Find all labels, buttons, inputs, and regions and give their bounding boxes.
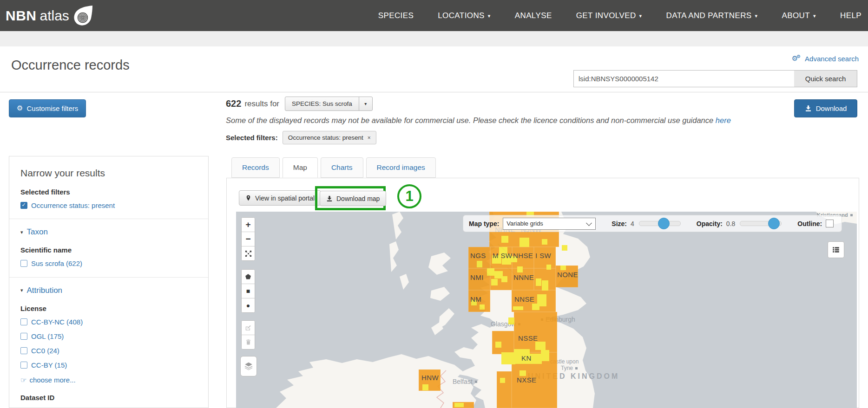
nav-item-label: LOCATIONS xyxy=(438,11,485,20)
occurrence-density-patch xyxy=(517,266,523,272)
species-filter-button[interactable]: SPECIES: Sus scrofa ▾ xyxy=(285,97,373,111)
download-map-button[interactable]: Download map xyxy=(320,191,386,206)
selected-filters-label: Selected filters: xyxy=(226,134,278,142)
licence-guidance-link[interactable]: here xyxy=(716,116,731,124)
occurrence-density-patch xyxy=(487,268,494,276)
choose-more-link[interactable]: ☞choose more... xyxy=(20,376,197,384)
delete-shape-button[interactable] xyxy=(242,335,255,349)
top-nav: NBN atlas SPECIESLOCATIONS▾ANALYSEGET IN… xyxy=(0,0,868,31)
quick-search-button[interactable]: Quick search xyxy=(794,70,857,87)
nav-menu: SPECIESLOCATIONS▾ANALYSEGET INVOLVED▾DAT… xyxy=(378,11,861,20)
section-title: Attribution xyxy=(27,286,63,295)
filter-chip-occurrence-status[interactable]: Occurrence status: present × xyxy=(283,131,376,144)
nav-item-about[interactable]: ABOUT▾ xyxy=(782,11,816,20)
draw-circle-button[interactable]: ● xyxy=(242,298,255,312)
chevron-down-icon: ▾ xyxy=(813,13,816,19)
download-label: Download xyxy=(816,104,847,112)
page-header: Occurrence records ⚙⚙ Advanced search Qu… xyxy=(0,46,868,92)
occurrence-density-patch xyxy=(513,306,523,310)
opacity-slider-thumb[interactable] xyxy=(768,218,780,229)
nav-item-get-involved[interactable]: GET INVOLVED▾ xyxy=(576,11,642,20)
facet-option-label: CC-BY-NC (408) xyxy=(31,317,83,327)
occurrence-density-patch xyxy=(500,378,505,383)
grid-square-label: NONE xyxy=(557,271,578,278)
facet-option-cc-by-15[interactable]: CC-BY (15) xyxy=(20,361,197,370)
unchecked-checkbox-icon[interactable] xyxy=(20,333,27,340)
nav-item-data-and-partners[interactable]: DATA AND PARTNERS▾ xyxy=(666,11,757,20)
draw-rectangle-button[interactable]: ■ xyxy=(242,284,255,298)
section-title: Taxon xyxy=(27,227,48,237)
sidebar-section-taxon[interactable]: ▾Taxon xyxy=(20,227,197,237)
size-slider[interactable] xyxy=(639,221,681,226)
checked-checkbox-icon[interactable] xyxy=(20,202,27,209)
page-title: Occurrence records xyxy=(11,58,130,73)
occurrence-map[interactable]: KristiansandEdinburghGlasgowBelfastcastl… xyxy=(236,212,857,408)
facet-option-label: OGL (175) xyxy=(31,332,64,341)
species-filter-caret[interactable]: ▾ xyxy=(359,97,372,110)
grid-square-label: NGS xyxy=(470,252,486,259)
grid-square-label: NNNE xyxy=(513,273,534,281)
edit-shape-controls xyxy=(241,320,255,350)
choose-more-label: choose more... xyxy=(29,376,75,384)
annotation-number: 1 xyxy=(405,188,413,205)
occurrence-density-patch xyxy=(560,266,566,270)
nav-item-label: ANALYSE xyxy=(515,11,552,20)
unchecked-checkbox-icon[interactable] xyxy=(20,318,27,325)
unchecked-checkbox-icon[interactable] xyxy=(20,260,27,267)
facet-option-label: CC-BY (15) xyxy=(31,361,67,370)
nav-item-species[interactable]: SPECIES xyxy=(378,11,414,20)
grid-square-label: NSSE xyxy=(518,334,538,342)
advanced-search-link[interactable]: ⚙⚙ Advanced search xyxy=(792,55,859,63)
tab-records[interactable]: Records xyxy=(231,157,280,178)
occurrence-density-patch xyxy=(536,278,541,286)
facet-option-cc-by-nc-408[interactable]: CC-BY-NC (408) xyxy=(20,317,197,327)
outline-checkbox[interactable] xyxy=(826,220,834,227)
unchecked-checkbox-icon[interactable] xyxy=(20,362,27,369)
sidebar-filter-occurrence-status[interactable]: Occurrence status: present xyxy=(20,201,197,210)
layers-button[interactable] xyxy=(240,356,257,376)
nav-item-help[interactable]: HELP xyxy=(840,11,861,20)
tab-charts[interactable]: Charts xyxy=(321,157,363,178)
facet-option-sus-scrofa-622[interactable]: Sus scrofa (622) xyxy=(20,259,197,268)
draw-shape-controls: ■ ● xyxy=(241,269,255,313)
opacity-slider[interactable] xyxy=(740,221,782,226)
download-map-icon xyxy=(326,195,333,202)
tab-map[interactable]: Map xyxy=(283,157,318,178)
zoom-in-button[interactable]: + xyxy=(242,218,255,232)
facet-option-cc0-24[interactable]: CC0 (24) xyxy=(20,346,197,356)
grid-square-label: NHSE xyxy=(513,252,533,259)
edit-shape-button[interactable] xyxy=(242,321,255,335)
facet-option-wild-boar-sightings-held-by-andy-riches-205[interactable]: Wild boar sightings held by Andy Riches … xyxy=(20,407,197,408)
download-button[interactable]: Download xyxy=(794,99,857,117)
grid-square-label: I SW xyxy=(535,252,551,259)
collapse-caret-icon: ▾ xyxy=(20,287,23,293)
remove-filter-icon[interactable]: × xyxy=(368,135,371,141)
legend-list-button[interactable] xyxy=(828,241,844,258)
advanced-search-label: Advanced search xyxy=(805,55,859,63)
unchecked-checkbox-icon[interactable] xyxy=(20,347,27,354)
nav-item-locations[interactable]: LOCATIONS▾ xyxy=(438,11,491,20)
map-display-toolbar: Map type: Variable grids Size: 4 Opacity… xyxy=(463,215,842,232)
size-slider-thumb[interactable] xyxy=(658,218,670,229)
facet-heading-license: License xyxy=(20,304,197,312)
sidebar-section-attribution[interactable]: ▾Attribution xyxy=(20,286,197,295)
occurrence-density-patch xyxy=(477,261,482,267)
grid-square-label: HNW xyxy=(421,374,439,382)
search-input[interactable] xyxy=(573,70,795,87)
customise-filters-button[interactable]: ⚙ Customise filters xyxy=(9,99,86,117)
occurrence-density-patch xyxy=(501,352,515,364)
fullscreen-button[interactable] xyxy=(242,246,255,260)
chevron-down-icon: ▾ xyxy=(639,13,642,19)
occurrence-density-patch xyxy=(546,265,551,270)
hand-pointer-icon: ☞ xyxy=(20,376,26,384)
nav-item-analyse[interactable]: ANALYSE xyxy=(515,11,552,20)
draw-polygon-button[interactable] xyxy=(242,270,255,284)
view-spatial-label: View in spatial portal xyxy=(255,194,315,202)
view-in-spatial-portal-button[interactable]: View in spatial portal xyxy=(239,190,321,206)
tab-record-images[interactable]: Record images xyxy=(366,157,436,178)
nbn-atlas-logo[interactable]: NBN atlas xyxy=(6,5,94,26)
facet-option-ogl-175[interactable]: OGL (175) xyxy=(20,332,197,341)
nav-item-label: DATA AND PARTNERS xyxy=(666,11,751,20)
map-type-select[interactable]: Variable grids xyxy=(503,218,596,230)
zoom-out-button[interactable]: − xyxy=(242,232,255,246)
